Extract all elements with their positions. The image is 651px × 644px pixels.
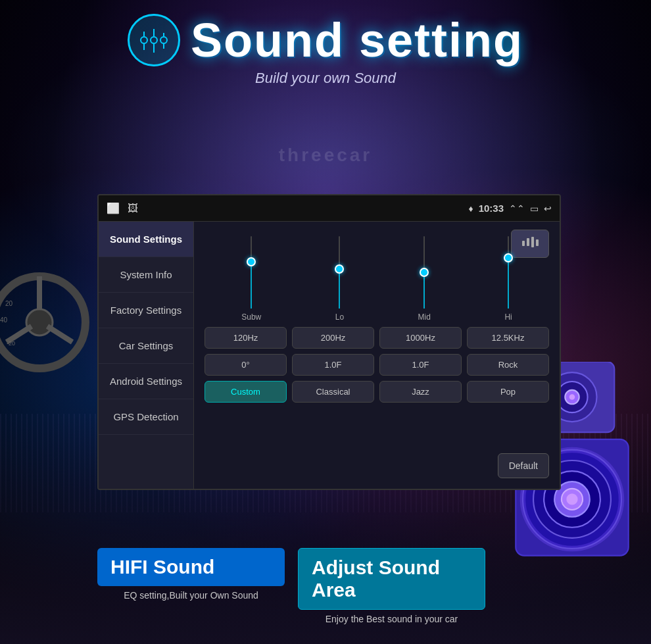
screen-body: Sound Settings System Info Factory Setti… (99, 222, 560, 489)
slider-track-lo[interactable] (339, 236, 340, 309)
main-title: Sound setting (191, 13, 523, 67)
title-row: Sound setting (128, 13, 523, 67)
svg-text:40: 40 (0, 316, 8, 324)
mode-btn-custom[interactable]: Custom (205, 381, 287, 403)
back-icon[interactable]: ↩ (544, 203, 552, 214)
status-left: ⬜ 🖼 (107, 202, 138, 214)
svg-line-13 (47, 326, 72, 342)
adjust-title-box: Adjust Sound Area (298, 548, 485, 610)
default-button[interactable]: Default (498, 453, 549, 478)
svg-text:20: 20 (5, 300, 13, 307)
svg-point-25 (569, 394, 575, 400)
watermark: threecar (279, 145, 373, 166)
car-dashboard-left: 40 20 -20 (0, 230, 102, 493)
sidebar-item-android-settings[interactable]: Android Settings (99, 364, 193, 399)
main-screen: ⬜ 🖼 ♦ 10:33 ⌃⌃ ▭ ↩ Sound Settings System… (97, 194, 561, 490)
sound-icon-circle (128, 14, 180, 66)
sidebar-item-factory-settings[interactable]: Factory Settings (99, 293, 193, 328)
window-icon[interactable]: ▭ (530, 203, 539, 214)
status-bar: ⬜ 🖼 ♦ 10:33 ⌃⌃ ▭ ↩ (99, 195, 560, 222)
svg-rect-18 (527, 238, 529, 246)
slider-thumb-lo[interactable] (335, 264, 344, 274)
mode-btn-pop[interactable]: Pop (467, 381, 549, 403)
svg-point-2 (160, 37, 167, 43)
mode-btn-jazz[interactable]: Jazz (379, 381, 462, 403)
slider-track-subw[interactable] (251, 236, 252, 309)
slider-thumb-mid[interactable] (420, 268, 429, 277)
freq-btn-1f-2[interactable]: 1.0F (379, 354, 462, 376)
arrow-up-icon: ⌃⌃ (509, 203, 525, 214)
home-icon[interactable]: ⬜ (107, 202, 120, 214)
eq-label-mid: Mid (418, 312, 431, 322)
hifi-desc: EQ setting,Built your Own Sound (97, 590, 285, 601)
slider-thumb-hi[interactable] (504, 253, 513, 262)
status-time: 10:33 (479, 203, 504, 214)
mode-row: Custom Classical Jazz Pop (205, 381, 549, 403)
hifi-title-box: HIFI Sound (97, 548, 285, 586)
freq-row-1: 120Hz 200Hz 1000Hz 12.5KHz (205, 327, 549, 349)
sound-mode-button[interactable] (511, 230, 549, 258)
svg-point-0 (141, 37, 147, 43)
svg-rect-19 (531, 237, 534, 247)
freq-btn-0deg[interactable]: 0° (205, 354, 287, 376)
image-icon[interactable]: 🖼 (128, 203, 138, 214)
sidebar-item-gps-detection[interactable]: GPS Detection (99, 399, 193, 435)
eq-channel-lo: Lo (335, 236, 344, 322)
sidebar-item-system-info[interactable]: System Info (99, 257, 193, 293)
eq-label-lo: Lo (335, 312, 344, 322)
main-content: Subw Lo Mid (194, 222, 560, 489)
svg-rect-20 (536, 239, 539, 246)
adjust-banner: Adjust Sound Area Enjoy the Best sound i… (298, 548, 485, 624)
freq-btn-1000hz[interactable]: 1000Hz (379, 327, 462, 349)
wifi-icon: ♦ (468, 203, 473, 214)
adjust-desc: Enjoy the Best sound in your car (298, 614, 485, 624)
sidebar: Sound Settings System Info Factory Setti… (99, 222, 194, 489)
mode-btn-classical[interactable]: Classical (292, 381, 374, 403)
freq-row-2: 0° 1.0F 1.0F Rock (205, 354, 549, 376)
bottom-banner: HIFI Sound EQ setting,Built your Own Sou… (97, 548, 485, 624)
svg-rect-17 (522, 241, 525, 246)
eq-icon (137, 24, 170, 57)
freq-btn-1f-1[interactable]: 1.0F (292, 354, 374, 376)
eq-label-subw: Subw (241, 312, 261, 322)
svg-text:-20: -20 (7, 340, 15, 347)
steering-wheel-icon: 40 20 -20 (0, 270, 92, 375)
adjust-title: Adjust Sound Area (312, 557, 440, 601)
sidebar-item-sound-settings[interactable]: Sound Settings (99, 222, 193, 257)
eq-channel-subw: Subw (241, 236, 261, 322)
sidebar-item-car-settings[interactable]: Car Settings (99, 328, 193, 364)
slider-track-mid[interactable] (423, 236, 425, 309)
eq-label-hi: Hi (504, 312, 512, 322)
eq-channel-mid: Mid (418, 236, 431, 322)
slider-thumb-subw[interactable] (247, 257, 256, 266)
header: Sound setting Build your own Sound (0, 13, 651, 87)
freq-btn-125khz[interactable]: 12.5KHz (467, 327, 549, 349)
svg-point-35 (566, 493, 577, 505)
svg-point-10 (26, 309, 53, 335)
hifi-title: HIFI Sound (110, 556, 214, 578)
freq-btn-rock[interactable]: Rock (467, 354, 549, 376)
status-right: ♦ 10:33 ⌃⌃ ▭ ↩ (468, 203, 552, 214)
svg-point-1 (151, 37, 157, 43)
slider-track-hi[interactable] (508, 236, 509, 309)
freq-btn-120hz[interactable]: 120Hz (205, 327, 287, 349)
eq-sliders-area: Subw Lo Mid (205, 230, 549, 322)
freq-btn-200hz[interactable]: 200Hz (292, 327, 374, 349)
hifi-banner: HIFI Sound EQ setting,Built your Own Sou… (97, 548, 285, 624)
subtitle: Build your own Sound (255, 70, 396, 87)
